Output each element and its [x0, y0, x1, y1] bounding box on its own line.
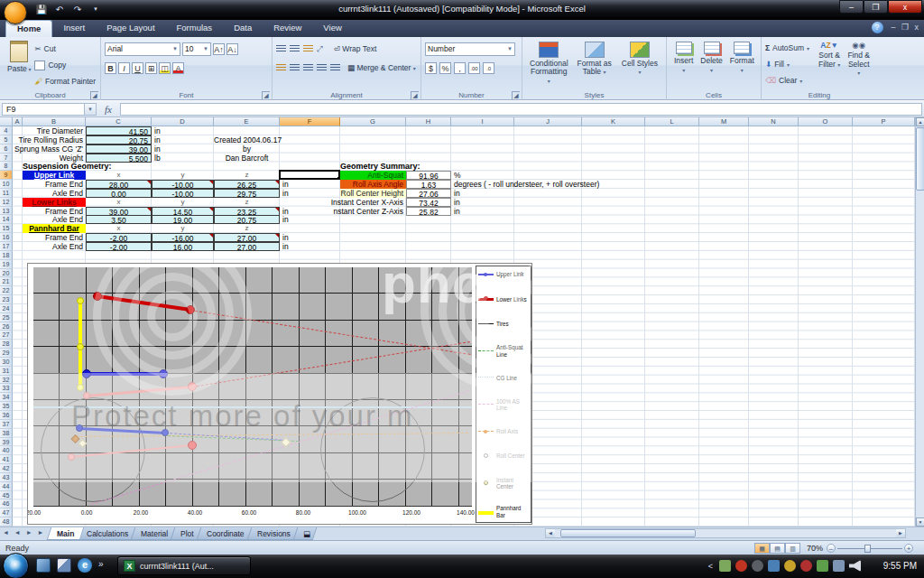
tray-volume-icon[interactable]: [849, 560, 861, 572]
align-top-icon[interactable]: [276, 45, 286, 53]
column-header-N[interactable]: N: [749, 117, 799, 126]
row-header-42[interactable]: 42: [0, 464, 13, 473]
sort-filter-button[interactable]: AZ▼ Sort & Filter ▾: [815, 40, 845, 89]
cell-F14[interactable]: in: [280, 215, 340, 224]
row-header-9[interactable]: 9: [0, 171, 13, 180]
horizontal-scrollbar[interactable]: ◀ ▶: [545, 528, 906, 538]
formula-input[interactable]: [120, 103, 922, 116]
row-header-45[interactable]: 45: [0, 491, 13, 500]
cell-B7[interactable]: Weight: [0, 154, 86, 163]
cell-E10[interactable]: 26.25: [214, 180, 280, 189]
cell-D16[interactable]: -16.00: [152, 233, 214, 242]
cell-C11[interactable]: 0.00: [86, 189, 152, 198]
row-header-31[interactable]: 31: [0, 367, 13, 376]
row-header-30[interactable]: 30: [0, 358, 13, 367]
font-dialog-launcher[interactable]: ◢: [262, 91, 270, 99]
cell-G9[interactable]: Anti-Squat: [340, 171, 406, 180]
font-color-button[interactable]: A: [172, 62, 184, 74]
row-header-37[interactable]: 37: [0, 420, 13, 429]
row-header-48[interactable]: 48: [0, 517, 13, 527]
cell-D17[interactable]: 16.00: [152, 242, 214, 251]
row-header-21[interactable]: 21: [0, 277, 13, 286]
vertical-scroll-thumb[interactable]: [916, 127, 924, 191]
row-header-36[interactable]: 36: [0, 411, 13, 420]
alignment-dialog-launcher[interactable]: ◢: [411, 91, 419, 99]
row-header-15[interactable]: 15: [0, 224, 13, 233]
scroll-right-icon[interactable]: ▶: [896, 529, 905, 537]
close-button[interactable]: x: [888, 0, 922, 14]
cell-C12[interactable]: x: [86, 198, 152, 207]
column-header-I[interactable]: I: [451, 117, 514, 126]
italic-button[interactable]: I: [118, 62, 130, 74]
grow-font-button[interactable]: A↑: [213, 43, 225, 55]
cell-C16[interactable]: -2.00: [86, 233, 152, 242]
autosum-button[interactable]: ΣAutoSum▾: [765, 40, 815, 56]
sheet-tab-coordinate[interactable]: Coordinate: [197, 527, 254, 540]
zoom-level[interactable]: 70%: [807, 544, 823, 553]
cell-E15[interactable]: z: [214, 224, 280, 233]
tray-chevron-icon[interactable]: <: [708, 562, 713, 571]
cell-C5[interactable]: 20.75: [86, 135, 152, 144]
cell-C17[interactable]: -2.00: [86, 242, 152, 251]
suspension-geometry-chart[interactable]: -20.000.0020.0040.0060.0080.00100.00120.…: [27, 263, 532, 525]
restore-button[interactable]: ❐: [864, 0, 888, 14]
vertical-scrollbar[interactable]: ▲ ▼: [915, 117, 924, 527]
normal-view-button[interactable]: ▦: [754, 543, 770, 554]
cell-B10[interactable]: Frame End: [0, 180, 86, 189]
copy-button[interactable]: Copy: [34, 57, 96, 73]
percent-style-button[interactable]: %: [439, 62, 451, 74]
tray-monitor-icon[interactable]: [768, 560, 780, 572]
cell-E12[interactable]: z: [214, 198, 280, 207]
tray-app-red-x-icon[interactable]: [735, 560, 747, 572]
tab-view[interactable]: View: [312, 20, 352, 37]
row-header-33[interactable]: 33: [0, 384, 13, 393]
increase-decimal-button[interactable]: .00: [468, 62, 480, 74]
row-header-23[interactable]: 23: [0, 295, 13, 304]
cell-B12[interactable]: Lower Links: [23, 198, 86, 207]
selected-cell-F9[interactable]: [279, 170, 340, 180]
cell-D14[interactable]: 19.00: [152, 215, 214, 224]
cell-H10[interactable]: 1.63: [406, 180, 451, 189]
delete-cells-button[interactable]: Delete▾: [697, 40, 726, 75]
cell-C10[interactable]: 28.00: [86, 180, 152, 189]
column-header-L[interactable]: L: [645, 117, 699, 126]
scroll-down-icon[interactable]: ▼: [916, 517, 924, 527]
tray-app-gold-icon[interactable]: [784, 560, 796, 572]
scroll-left-icon[interactable]: ◀: [546, 529, 555, 537]
align-right-icon[interactable]: [303, 64, 313, 72]
cell-F17[interactable]: in: [280, 242, 340, 251]
tray-network-icon[interactable]: [833, 560, 845, 572]
cell-C15[interactable]: x: [86, 224, 152, 233]
cell-B15[interactable]: Pannhard Bar: [23, 224, 86, 233]
cell-D13[interactable]: 14.50: [152, 207, 214, 216]
zoom-out-icon[interactable]: –: [827, 544, 836, 553]
insert-worksheet-tab[interactable]: ⬓: [292, 527, 317, 540]
row-header-28[interactable]: 28: [0, 340, 13, 349]
decrease-indent-icon[interactable]: [317, 64, 327, 72]
underline-button[interactable]: U: [132, 62, 143, 74]
cell-C7[interactable]: 5,500: [86, 154, 152, 163]
page-layout-view-button[interactable]: ▤: [770, 543, 785, 554]
cut-button[interactable]: ✂Cut: [34, 41, 96, 57]
column-header-M[interactable]: M: [699, 117, 749, 126]
cell-C4[interactable]: 41.50: [86, 126, 152, 135]
sheet-tab-revisions[interactable]: Revisions: [246, 527, 300, 540]
row-header-43[interactable]: 43: [0, 473, 13, 482]
insert-cells-button[interactable]: Insert▾: [670, 40, 697, 75]
quick-launch-overflow-icon[interactable]: »: [98, 559, 104, 573]
cell-D15[interactable]: y: [152, 224, 214, 233]
cell-B9[interactable]: Upper Link: [23, 171, 86, 180]
cell-B17[interactable]: Axle End: [0, 242, 86, 251]
column-header-A[interactable]: A: [13, 117, 23, 126]
accounting-format-button[interactable]: $: [425, 62, 437, 74]
find-select-button[interactable]: ◉◉ Find & Select ▾: [844, 40, 873, 89]
worksheet[interactable]: ABCDEFGHIJKLMNOP 45678910111213141516171…: [0, 117, 924, 527]
cell-H11[interactable]: 27.06: [406, 189, 451, 198]
column-header-D[interactable]: D: [152, 117, 214, 126]
row-header-44[interactable]: 44: [0, 482, 13, 491]
cell-I12[interactable]: in: [451, 198, 514, 207]
increase-indent-icon[interactable]: [330, 64, 340, 72]
column-header-F[interactable]: F: [280, 117, 340, 126]
cell-styles-button[interactable]: Cell Styles ▾: [617, 40, 662, 86]
cell-E17[interactable]: 27.00: [214, 242, 280, 251]
